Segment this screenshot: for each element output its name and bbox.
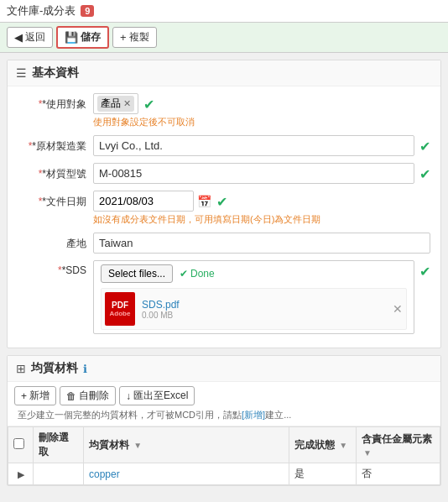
save-label: 儲存 bbox=[81, 30, 101, 44]
table-hint: 至少建立一個完整的均質材料，才可被MCD引用，請點[新增]建立... bbox=[18, 409, 291, 421]
page-title: 文件庫-成分表 bbox=[7, 3, 76, 18]
doc-date-label: **文件日期 bbox=[18, 191, 93, 209]
table-row: ▶ copper 是 否 bbox=[8, 463, 440, 485]
homogeneous-section: ⊞ 均質材料 ℹ + 新增 🗑 自刪除 ↓ 匯出至Excel 至少建立一個完整的… bbox=[7, 355, 441, 486]
sds-file-item: PDF Adobe SDS.pdf 0.00 MB ✕ bbox=[101, 288, 407, 330]
manufacturer-row: **原材製造業 ✔ bbox=[18, 135, 430, 156]
export-button[interactable]: ↓ 匯出至Excel bbox=[119, 386, 195, 405]
sds-upload-area: Select files... ✔ Done PDF Adobe bbox=[93, 260, 414, 334]
row-status: 是 bbox=[289, 463, 357, 485]
info-icon[interactable]: ℹ bbox=[83, 363, 87, 375]
back-button[interactable]: ◀ 返回 bbox=[7, 27, 53, 48]
use-target-check-icon: ✔ bbox=[143, 97, 154, 112]
basic-info-section: ☰ 基本資料 **使用對象 產品 ✕ ✔ 使用對象設定後不可取消 bbox=[7, 60, 441, 348]
adobe-label: Adobe bbox=[110, 310, 131, 317]
use-target-hint: 使用對象設定後不可取消 bbox=[93, 116, 430, 128]
file-size: 0.00 MB bbox=[142, 311, 386, 320]
calendar-icon[interactable]: 📅 bbox=[197, 195, 211, 208]
copy-button[interactable]: + 複製 bbox=[112, 27, 157, 48]
copy-label: 複製 bbox=[129, 30, 149, 44]
table-toolbar: + 新增 🗑 自刪除 ↓ 匯出至Excel 至少建立一個完整的均質材料，才可被M… bbox=[8, 382, 440, 426]
th-contain: 含責任金屬元素 ▼ bbox=[357, 427, 440, 463]
sort-material-icon[interactable]: ▼ bbox=[133, 441, 142, 450]
doc-date-check-icon: ✔ bbox=[216, 194, 227, 210]
materials-table: 刪除選取 均質材料 ▼ 完成狀態 ▼ 含責任金屬元素 ▼ ▶ bbox=[8, 426, 440, 485]
toolbar: ◀ 返回 💾 儲存 + 複製 bbox=[0, 23, 448, 53]
use-target-label: **使用對象 bbox=[18, 93, 93, 112]
sds-check-icon: ✔ bbox=[419, 264, 430, 280]
doc-date-hint: 如沒有成分表文件日期，可用填寫日期(今日)為文件日期 bbox=[93, 213, 430, 226]
homogeneous-title: 均質材料 bbox=[31, 361, 78, 376]
row-material[interactable]: copper bbox=[84, 463, 289, 485]
select-files-button[interactable]: Select files... bbox=[101, 264, 173, 283]
remove-tag-icon[interactable]: ✕ bbox=[123, 98, 131, 109]
material-model-row: **材質型號 ✔ bbox=[18, 163, 430, 184]
sds-row: **SDS Select files... ✔ Done bbox=[18, 260, 430, 334]
back-label: 返回 bbox=[25, 30, 45, 44]
sort-status-icon[interactable]: ▼ bbox=[339, 441, 347, 450]
manufacturer-input[interactable] bbox=[93, 135, 414, 156]
done-status: ✔ Done bbox=[180, 268, 215, 280]
material-model-input[interactable] bbox=[93, 163, 414, 184]
pdf-label: PDF bbox=[112, 301, 128, 310]
manufacturer-label: **原材製造業 bbox=[18, 135, 93, 154]
use-target-input[interactable]: 產品 ✕ bbox=[93, 93, 138, 114]
manufacturer-control: ✔ bbox=[93, 135, 430, 156]
file-name: SDS.pdf bbox=[142, 299, 386, 311]
title-bar: 文件庫-成分表 9 bbox=[0, 0, 448, 23]
homogeneous-icon: ⊞ bbox=[16, 362, 26, 375]
new-button[interactable]: + 新增 bbox=[14, 386, 56, 405]
section-header: ☰ 基本資料 bbox=[8, 60, 440, 86]
doc-date-input[interactable] bbox=[93, 191, 194, 212]
section-icon: ☰ bbox=[16, 66, 27, 80]
new-icon: + bbox=[21, 390, 27, 402]
form-body: **使用對象 產品 ✕ ✔ 使用對象設定後不可取消 **原材製造業 bbox=[8, 86, 440, 348]
use-target-tag: 產品 ✕ bbox=[97, 96, 134, 112]
file-info: SDS.pdf 0.00 MB bbox=[142, 299, 386, 320]
row-contain: 否 bbox=[357, 463, 440, 485]
th-delete: 刪除選取 bbox=[34, 427, 84, 463]
export-icon: ↓ bbox=[126, 390, 131, 402]
sds-control: Select files... ✔ Done PDF Adobe bbox=[93, 260, 430, 334]
delete-label: 自刪除 bbox=[79, 389, 109, 403]
use-target-control: 產品 ✕ ✔ 使用對象設定後不可取消 bbox=[93, 93, 430, 128]
new-label: 新增 bbox=[29, 389, 49, 403]
save-button[interactable]: 💾 儲存 bbox=[56, 26, 109, 49]
use-target-row: **使用對象 產品 ✕ ✔ 使用對象設定後不可取消 bbox=[18, 93, 430, 128]
row-delete-cell bbox=[34, 463, 84, 485]
origin-row: 產地 bbox=[18, 233, 430, 254]
export-label: 匯出至Excel bbox=[133, 389, 188, 403]
file-remove-icon[interactable]: ✕ bbox=[393, 302, 403, 316]
doc-date-control: 📅 ✔ 如沒有成分表文件日期，可用填寫日期(今日)為文件日期 bbox=[93, 191, 430, 226]
origin-input[interactable] bbox=[93, 233, 430, 254]
material-model-control: ✔ bbox=[93, 163, 430, 184]
done-check-icon: ✔ bbox=[180, 268, 188, 280]
section-title: 基本資料 bbox=[32, 65, 79, 81]
th-checkbox bbox=[8, 427, 34, 463]
origin-control bbox=[93, 233, 430, 254]
homogeneous-header: ⊞ 均質材料 ℹ bbox=[8, 356, 440, 382]
delete-button[interactable]: 🗑 自刪除 bbox=[60, 386, 116, 405]
select-all-checkbox[interactable] bbox=[13, 438, 24, 449]
back-icon: ◀ bbox=[14, 31, 23, 44]
origin-label: 產地 bbox=[18, 233, 93, 251]
sds-label: **SDS bbox=[18, 260, 93, 276]
notification-badge: 9 bbox=[81, 5, 94, 17]
sort-contain-icon[interactable]: ▼ bbox=[363, 448, 372, 458]
new-link[interactable]: [新增] bbox=[242, 410, 265, 420]
material-model-check-icon: ✔ bbox=[419, 166, 430, 182]
material-model-label: **材質型號 bbox=[18, 163, 93, 181]
delete-icon: 🗑 bbox=[66, 390, 76, 402]
manufacturer-check-icon: ✔ bbox=[419, 139, 430, 154]
doc-date-row: **文件日期 📅 ✔ 如沒有成分表文件日期，可用填寫日期(今日)為文件日期 bbox=[18, 191, 430, 226]
save-icon: 💾 bbox=[65, 31, 78, 44]
row-expand[interactable]: ▶ bbox=[8, 463, 34, 485]
th-material: 均質材料 ▼ bbox=[84, 427, 289, 463]
expand-icon[interactable]: ▶ bbox=[18, 469, 24, 479]
copy-icon: + bbox=[120, 31, 127, 44]
th-status: 完成狀態 ▼ bbox=[289, 427, 357, 463]
pdf-icon: PDF Adobe bbox=[105, 292, 135, 326]
